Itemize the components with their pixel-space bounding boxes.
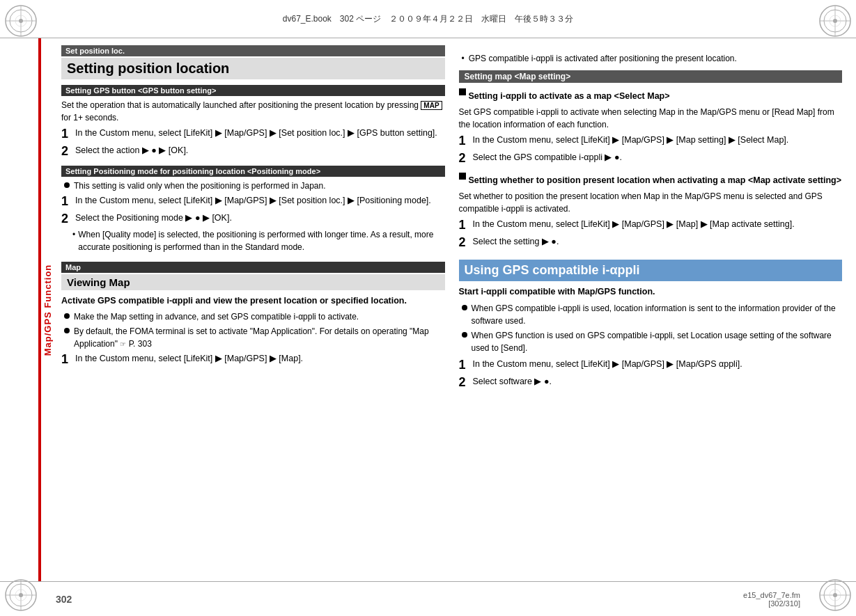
gps-button-bar: Setting GPS button <GPS button setting> (61, 85, 445, 96)
map-activate-heading-block: Setting whether to position present loca… (459, 171, 843, 188)
quality-mode-text: When [Quality mode] is selected, the pos… (78, 228, 444, 253)
u-step-num-2: 2 (459, 375, 470, 390)
circle-bullet-icon (64, 182, 70, 188)
left-column: Set position loc. Setting position locat… (61, 38, 445, 581)
u-step-text-1: In the Custom menu, select [LifeKit] ▶ [… (473, 358, 843, 371)
viewing-bullet-text-2: By default, the FOMA terminal is set to … (74, 325, 445, 350)
using-bullet-text-2: When GPS function is used on GPS compati… (472, 329, 843, 354)
viewing-bullet-2: By default, the FOMA terminal is set to … (61, 325, 445, 350)
sm-step-2: 2 Select the GPS compatible i-αppli ▶ ●. (459, 151, 843, 166)
map-activate-body: Set whether to position the present loca… (459, 190, 843, 215)
right-column: • GPS compatible i-αppli is activated af… (459, 38, 843, 581)
u-step-text-2: Select software ▶ ●. (473, 375, 843, 388)
side-tab-label: Map/GPS Function (43, 264, 54, 356)
black-square-icon-2 (459, 173, 466, 180)
pos-step-text-2: Select the Positioning mode ▶ ● ▶ [OK]. (75, 212, 445, 225)
gps-step-2: 2 Select the action ▶ ● ▶ [OK]. (61, 144, 445, 159)
gps-body-text2: for 1+ seconds. (61, 113, 118, 123)
page-number: 302 (56, 594, 72, 605)
page-header: dv67_E.book 302 ページ ２００９年４月２２日 水曜日 午後５時３… (0, 0, 856, 38)
view-step-text-1: In the Custom menu, select [LifeKit] ▶ [… (75, 352, 445, 365)
u-step-2: 2 Select software ▶ ●. (459, 375, 843, 390)
right-gps-bullet: • GPS compatible i-αppli is activated af… (459, 52, 843, 65)
using-gps-heading: Start i-αppli compatible with Map/GPS fu… (459, 285, 843, 299)
gps-step-1: 1 In the Custom menu, select [LifeKit] ▶… (61, 127, 445, 142)
right-gps-text: GPS compatible i-αppli is activated afte… (469, 52, 737, 65)
circle-bullet-5-icon (462, 332, 467, 338)
step-text-1: In the Custom menu, select [LifeKit] ▶ [… (75, 127, 445, 140)
circle-bullet-2-icon (64, 313, 70, 319)
header-text: dv67_E.book 302 ページ ２００９年４月２２日 水曜日 午後５時３… (283, 13, 573, 25)
circle-bullet-3-icon (64, 328, 70, 333)
using-bullet-1: When GPS compatible i-αppli is used, loc… (459, 302, 843, 327)
sm-step-1: 1 In the Custom menu, select [LifeKit] ▶… (459, 134, 843, 149)
setting-iappli-body: Set GPS compatible i-αppli to activate w… (459, 106, 843, 131)
using-gps-title: Using GPS compatible i-αppli (459, 260, 843, 281)
u-step-num-1: 1 (459, 358, 470, 373)
content-area: Set position loc. Setting position locat… (61, 38, 842, 581)
set-position-title: Setting position location (61, 58, 445, 79)
step-text-2: Select the action ▶ ● ▶ [OK]. (75, 144, 445, 157)
pos-step-2: 2 Select the Positioning mode ▶ ● ▶ [OK]… (61, 212, 445, 227)
sm-step-num-1: 1 (459, 134, 470, 149)
setting-map-bar: Setting map <Map setting> (459, 70, 843, 83)
quality-mode-bullet: • When [Quality mode] is selected, the p… (72, 228, 445, 253)
gps-button-bar-text: Setting GPS button <GPS button setting> (65, 86, 216, 95)
viewing-map-title: Viewing Map (61, 274, 445, 290)
viewing-bullet-text-1: Make the Map setting in advance, and set… (74, 310, 359, 323)
using-bullet-text-1: When GPS compatible i-αppli is used, loc… (472, 302, 843, 327)
gps-body-text1: Set the operation that is automatically … (61, 100, 419, 110)
setting-iappli-heading-block: Setting i-αppli to activate as a map <Se… (459, 87, 843, 104)
pos-step-num-2: 2 (61, 212, 72, 227)
u-step-1: 1 In the Custom menu, select [LifeKit] ▶… (459, 358, 843, 373)
ma-step-num-2: 2 (459, 235, 470, 251)
black-square-icon-1 (459, 88, 466, 95)
view-step-1: 1 In the Custom menu, select [LifeKit] ▶… (61, 352, 445, 368)
page-ref-icon: ☞ (120, 340, 126, 348)
pos-step-text-1: In the Custom menu, select [LifeKit] ▶ [… (75, 194, 445, 207)
ma-step-num-1: 1 (459, 218, 470, 233)
map-activate-heading: Setting whether to position present loca… (469, 175, 842, 185)
ma-step-1: 1 In the Custom menu, select [LifeKit] ▶… (459, 218, 843, 233)
setting-iappli-heading: Setting i-αppli to activate as a map <Se… (469, 91, 670, 101)
positioning-body: This setting is valid only when the posi… (74, 180, 326, 192)
ma-step-2: 2 Select the setting ▶ ●. (459, 235, 843, 251)
set-position-bar: Set position loc. (61, 45, 445, 56)
viewing-map-heading: Activate GPS compatible i-αppli and view… (61, 294, 445, 308)
positioning-mode-text: Setting Positioning mode for positioning… (65, 167, 320, 175)
positioning-mode-bar: Setting Positioning mode for positioning… (61, 166, 445, 177)
map-icon: MAP (421, 101, 442, 110)
footer-right: e15_dv67_7e.fm [302/310] (743, 591, 800, 608)
side-tab: Map/GPS Function (38, 38, 58, 581)
pos-step-num-1: 1 (61, 194, 72, 210)
pos-step-1: 1 In the Custom menu, select [LifeKit] ▶… (61, 194, 445, 210)
ma-step-text-1: In the Custom menu, select [LifeKit] ▶ [… (473, 218, 843, 231)
right-bullet-dot-icon: • (462, 52, 465, 65)
circle-bullet-4-icon (462, 305, 467, 310)
gps-button-body: Set the operation that is automatically … (61, 99, 445, 124)
positioning-bullet-1: This setting is valid only when the posi… (61, 180, 445, 192)
ma-step-text-2: Select the setting ▶ ●. (473, 235, 843, 248)
step-num-2: 2 (61, 144, 72, 159)
sub-bullet-dot-icon: • (72, 228, 75, 241)
map-bar: Map (61, 262, 445, 273)
using-bullet-2: When GPS function is used on GPS compati… (459, 329, 843, 354)
sm-step-text-1: In the Custom menu, select [LifeKit] ▶ [… (473, 134, 843, 147)
page-footer: 302 e15_dv67_7e.fm [302/310] (0, 581, 856, 616)
viewing-bullet-1: Make the Map setting in advance, and set… (61, 310, 445, 323)
sm-step-num-2: 2 (459, 151, 470, 166)
step-num-1: 1 (61, 127, 72, 142)
view-step-num-1: 1 (61, 352, 72, 368)
sm-step-text-2: Select the GPS compatible i-αppli ▶ ●. (473, 151, 843, 164)
